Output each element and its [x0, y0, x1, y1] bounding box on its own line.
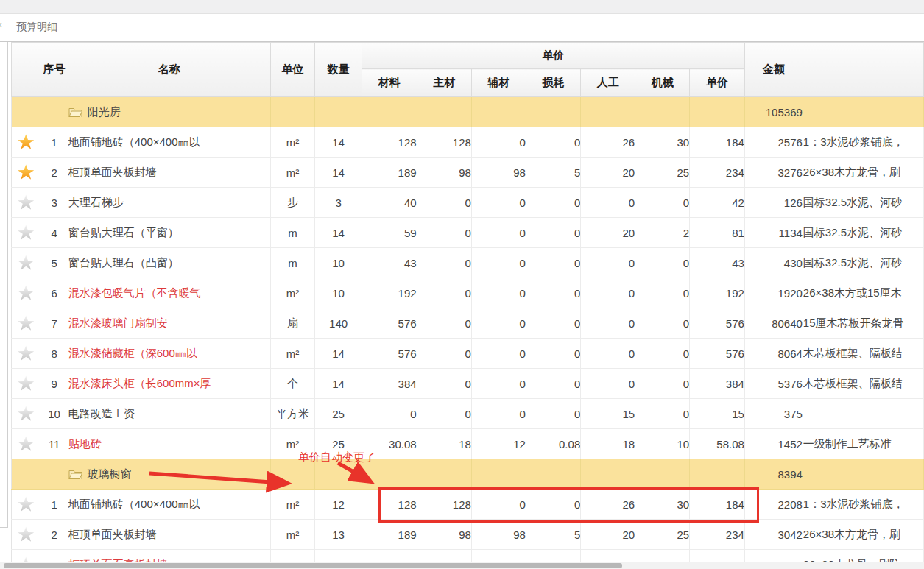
favorite-cell[interactable]: [12, 127, 40, 158]
qty-column-header[interactable]: 数量: [315, 43, 362, 97]
row-serial[interactable]: 3: [40, 188, 68, 218]
star-empty-icon[interactable]: [18, 194, 35, 211]
table-row[interactable]: 4窗台贴大理石（平窗）m1459000202811134国标32.5水泥、河砂: [12, 218, 924, 248]
unit-column-header[interactable]: 单位: [270, 43, 314, 97]
group-row[interactable]: 玻璃橱窗8394: [12, 459, 924, 490]
table-row[interactable]: 6混水漆包暖气片（不含暖气m²1019200000192192026×38木方或…: [12, 278, 924, 308]
star-empty-icon[interactable]: [18, 496, 35, 512]
item-name[interactable]: 大理石梯步: [68, 188, 270, 218]
item-name[interactable]: 地面铺地砖（400×400㎜以: [68, 127, 270, 158]
star-filled-icon[interactable]: [18, 164, 35, 180]
item-qty[interactable]: 14: [315, 218, 362, 248]
price-cell: 18: [581, 429, 635, 459]
row-serial[interactable]: 1: [40, 490, 68, 520]
item-qty[interactable]: 14: [315, 369, 362, 399]
star-empty-icon[interactable]: [18, 315, 35, 331]
table-row[interactable]: 1地面铺地砖（400×400㎜以m²1412812800263018425761…: [12, 127, 924, 158]
amount-column-header[interactable]: 金额: [744, 43, 803, 97]
group-row[interactable]: 阳光房105369: [12, 97, 924, 127]
favorite-cell[interactable]: [12, 218, 40, 248]
material-column-header[interactable]: 材料: [362, 69, 417, 97]
item-name[interactable]: 地面铺地砖（400×400㎜以: [68, 490, 270, 520]
item-qty[interactable]: 12: [315, 490, 362, 520]
star-empty-icon[interactable]: [18, 526, 35, 543]
item-qty[interactable]: 10: [315, 248, 362, 278]
favorite-cell[interactable]: [12, 339, 40, 369]
item-name[interactable]: 混水漆玻璃门扇制安: [68, 308, 270, 339]
item-qty[interactable]: 3: [315, 188, 362, 218]
favorite-cell[interactable]: [12, 158, 40, 188]
row-serial[interactable]: 4: [40, 218, 68, 248]
row-serial[interactable]: 2: [40, 520, 68, 550]
favorite-cell[interactable]: [12, 399, 40, 429]
table-row[interactable]: 11贴地砖m²2530.0818120.08181058.081452一级制作工…: [12, 429, 924, 459]
row-serial[interactable]: 2: [40, 158, 68, 188]
row-serial[interactable]: 9: [40, 369, 68, 399]
table-row[interactable]: 10电路改造工资平方米25000015015375: [12, 399, 924, 429]
star-empty-icon[interactable]: [18, 406, 35, 422]
star-empty-icon[interactable]: [18, 375, 35, 392]
star-empty-icon[interactable]: [18, 345, 35, 361]
item-name[interactable]: 窗台贴大理石（平窗）: [68, 218, 270, 248]
favorite-cell[interactable]: [12, 188, 40, 218]
star-empty-icon[interactable]: [18, 225, 35, 241]
item-name[interactable]: 柜顶单面夹板封墙: [68, 158, 270, 188]
favorite-cell[interactable]: [12, 490, 40, 520]
table-row[interactable]: 2柜顶单面夹板封墙m²13189989852025234304226×38木方龙…: [12, 520, 924, 550]
aux-material-column-header[interactable]: 辅材: [471, 69, 526, 97]
price-cell: 0: [635, 399, 690, 429]
item-qty[interactable]: 14: [315, 158, 362, 188]
item-name[interactable]: 柜顶单面夹板封墙: [68, 520, 270, 550]
horizontal-scrollbar-thumb[interactable]: [4, 563, 622, 568]
table-row[interactable]: 2柜顶单面夹板封墙m²14189989852025234327626×38木方龙…: [12, 158, 924, 188]
star-empty-icon[interactable]: [18, 285, 35, 301]
name-column-header[interactable]: 名称: [68, 43, 270, 97]
loss-column-header[interactable]: 损耗: [526, 69, 580, 97]
item-name[interactable]: 贴地砖: [68, 429, 270, 459]
table-row[interactable]: 9混水漆床头柜（长600mm×厚个14384000003845376木芯板框架、…: [12, 369, 924, 399]
row-serial[interactable]: 11: [40, 429, 68, 459]
favorite-cell[interactable]: [12, 308, 40, 339]
favorite-cell[interactable]: [12, 369, 40, 399]
item-qty[interactable]: 13: [315, 520, 362, 550]
table-row[interactable]: 3大理石梯步步3400000042126国标32.5水泥、河砂: [12, 188, 924, 218]
tab-budget-detail[interactable]: 预算明细: [16, 21, 57, 34]
row-serial[interactable]: 8: [40, 339, 68, 369]
item-name[interactable]: 混水漆包暖气片（不含暖气: [68, 278, 270, 308]
item-name[interactable]: 窗台贴大理石（凸窗）: [68, 248, 270, 278]
collapse-panel-icon[interactable]: ×: [0, 19, 2, 31]
favorite-cell[interactable]: [12, 520, 40, 550]
table-row[interactable]: 8混水漆储藏柜（深600㎜以m²14576000005768064木芯板框架、隔…: [12, 339, 924, 369]
star-empty-icon[interactable]: [18, 436, 35, 452]
row-serial[interactable]: 5: [40, 248, 68, 278]
item-name[interactable]: 电路改造工资: [68, 399, 270, 429]
machine-column-header[interactable]: 机械: [635, 69, 690, 97]
group-name-cell[interactable]: 阳光房: [68, 97, 270, 127]
row-serial[interactable]: 10: [40, 399, 68, 429]
item-name[interactable]: 混水漆储藏柜（深600㎜以: [68, 339, 270, 369]
row-serial[interactable]: 7: [40, 308, 68, 339]
row-serial[interactable]: 6: [40, 278, 68, 308]
main-material-column-header[interactable]: 主材: [417, 69, 471, 97]
star-filled-icon[interactable]: [18, 134, 35, 150]
labor-column-header[interactable]: 人工: [581, 69, 635, 97]
unit-price-column-header[interactable]: 单价: [690, 69, 745, 97]
item-qty[interactable]: 10: [315, 278, 362, 308]
serial-column-header[interactable]: 序号: [40, 43, 68, 97]
table-row[interactable]: 7混水漆玻璃门扇制安扇140576000005768064015厘木芯板开条龙骨: [12, 308, 924, 339]
item-qty[interactable]: 140: [315, 308, 362, 339]
favorite-cell[interactable]: [12, 278, 40, 308]
star-empty-icon[interactable]: [18, 255, 35, 271]
group-name-cell[interactable]: 玻璃橱窗: [68, 459, 270, 490]
item-qty[interactable]: 25: [315, 399, 362, 429]
folder-icon[interactable]: [68, 469, 82, 481]
folder-icon[interactable]: [68, 107, 82, 119]
row-serial[interactable]: 1: [40, 127, 68, 158]
table-row[interactable]: 5窗台贴大理石（凸窗）m10430000043430国标32.5水泥、河砂: [12, 248, 924, 278]
favorite-cell[interactable]: [12, 429, 40, 459]
horizontal-scrollbar-track[interactable]: [0, 562, 924, 569]
item-qty[interactable]: 14: [315, 127, 362, 158]
item-name[interactable]: 混水漆床头柜（长600mm×厚: [68, 369, 270, 399]
favorite-cell[interactable]: [12, 248, 40, 278]
item-qty[interactable]: 14: [315, 339, 362, 369]
